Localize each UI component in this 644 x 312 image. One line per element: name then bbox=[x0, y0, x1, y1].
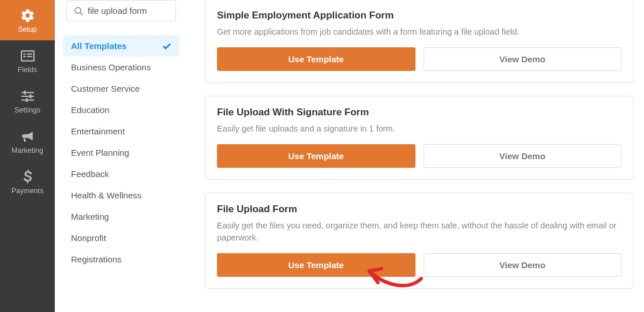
filters-panel: All Templates Business Operations Custom… bbox=[55, 0, 188, 312]
templates-panel: Simple Employment Application Form Get m… bbox=[188, 0, 644, 312]
category-label: Entertainment bbox=[71, 126, 125, 136]
category-label: Education bbox=[71, 105, 110, 115]
sliders-icon bbox=[20, 89, 36, 104]
category-label: All Templates bbox=[71, 41, 126, 51]
template-title: Simple Employment Application Form bbox=[217, 10, 621, 21]
category-marketing[interactable]: Marketing bbox=[63, 206, 179, 227]
sidenav-item-setup[interactable]: Setup bbox=[0, 0, 55, 40]
category-education[interactable]: Education bbox=[63, 99, 179, 121]
sidenav-item-settings[interactable]: Settings bbox=[0, 81, 55, 121]
category-list: All Templates Business Operations Custom… bbox=[55, 35, 188, 270]
side-nav: Setup Fields Settings Marketing Payments bbox=[0, 0, 55, 312]
svg-point-11 bbox=[75, 7, 81, 13]
sidenav-label: Setup bbox=[18, 25, 37, 33]
category-label: Customer Service bbox=[71, 84, 140, 93]
template-actions: Use Template View Demo bbox=[217, 47, 621, 71]
bullhorn-icon bbox=[20, 129, 36, 144]
svg-rect-9 bbox=[29, 95, 31, 99]
category-label: Health & Wellness bbox=[71, 190, 141, 200]
category-label: Feedback bbox=[71, 169, 109, 179]
category-label: Business Operations bbox=[71, 62, 151, 72]
search-icon bbox=[74, 6, 83, 16]
svg-rect-2 bbox=[27, 54, 32, 55]
list-icon bbox=[20, 48, 36, 63]
category-business-operations[interactable]: Business Operations bbox=[63, 57, 179, 78]
template-actions: Use Template View Demo bbox=[217, 253, 621, 277]
svg-rect-1 bbox=[23, 54, 25, 55]
template-card: File Upload With Signature Form Easily g… bbox=[205, 96, 634, 180]
category-nonprofit[interactable]: Nonprofit bbox=[63, 227, 179, 249]
template-desc: Easily get the files you need, organize … bbox=[217, 220, 621, 244]
sidenav-item-payments[interactable]: Payments bbox=[0, 161, 55, 202]
dollar-icon bbox=[20, 170, 36, 185]
sidenav-item-fields[interactable]: Fields bbox=[0, 40, 55, 81]
category-health-wellness[interactable]: Health & Wellness bbox=[63, 185, 179, 206]
template-actions: Use Template View Demo bbox=[217, 144, 621, 168]
category-label: Registrations bbox=[71, 254, 122, 264]
category-registrations[interactable]: Registrations bbox=[63, 249, 179, 270]
template-title: File Upload Form bbox=[217, 204, 621, 215]
svg-rect-8 bbox=[24, 91, 25, 95]
search-input[interactable] bbox=[88, 6, 197, 16]
template-card: Simple Employment Application Form Get m… bbox=[205, 0, 634, 83]
view-demo-button[interactable]: View Demo bbox=[424, 253, 622, 277]
use-template-button[interactable]: Use Template bbox=[217, 253, 415, 277]
svg-rect-4 bbox=[27, 56, 32, 57]
category-label: Event Planning bbox=[71, 148, 129, 157]
svg-rect-10 bbox=[25, 98, 27, 102]
category-label: Marketing bbox=[71, 212, 109, 221]
sidenav-label: Fields bbox=[18, 66, 37, 74]
sidenav-label: Payments bbox=[12, 187, 44, 195]
template-title: File Upload With Signature Form bbox=[217, 107, 621, 118]
view-demo-button[interactable]: View Demo bbox=[424, 144, 622, 168]
svg-rect-3 bbox=[23, 56, 25, 57]
sidenav-label: Settings bbox=[14, 106, 40, 114]
category-feedback[interactable]: Feedback bbox=[63, 163, 179, 185]
category-event-planning[interactable]: Event Planning bbox=[63, 142, 179, 163]
svg-line-12 bbox=[80, 13, 83, 15]
category-all-templates[interactable]: All Templates bbox=[63, 35, 179, 57]
svg-rect-5 bbox=[21, 92, 34, 93]
category-label: Nonprofit bbox=[71, 233, 106, 243]
use-template-button[interactable]: Use Template bbox=[217, 47, 415, 71]
svg-rect-6 bbox=[21, 96, 34, 97]
sidenav-item-marketing[interactable]: Marketing bbox=[0, 121, 55, 161]
view-demo-button[interactable]: View Demo bbox=[424, 47, 622, 71]
use-template-button[interactable]: Use Template bbox=[217, 144, 415, 168]
sidenav-label: Marketing bbox=[12, 146, 43, 155]
category-entertainment[interactable]: Entertainment bbox=[63, 121, 179, 142]
category-customer-service[interactable]: Customer Service bbox=[63, 78, 179, 99]
template-desc: Get more applications from job candidate… bbox=[217, 26, 621, 38]
search-box[interactable] bbox=[66, 0, 176, 21]
template-card: File Upload Form Easily get the files yo… bbox=[205, 193, 634, 289]
template-desc: Easily get file uploads and a signature … bbox=[217, 123, 621, 135]
check-icon bbox=[162, 42, 171, 50]
gear-icon bbox=[20, 8, 36, 23]
